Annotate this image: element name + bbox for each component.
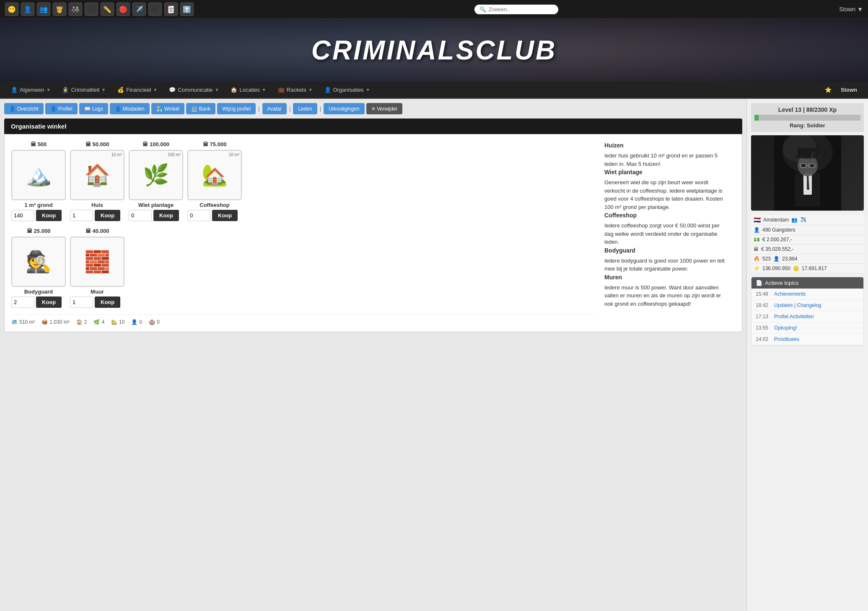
nav-criminaliteit[interactable]: 👮 Criminaliteit ▼ — [56, 82, 111, 98]
coffeeshop-buy-btn[interactable]: Koop — [212, 210, 238, 221]
topic-2-link[interactable]: Profiel Activiteiten — [774, 314, 814, 320]
land-stat-icon: 🗺️ — [11, 319, 18, 325]
gangsters-text: 490 Gangsters — [762, 227, 795, 233]
house-qty-input[interactable] — [70, 210, 93, 221]
gangster-icon: 👤 — [754, 227, 760, 233]
rank-text: Rang: Soldier — [754, 122, 860, 129]
svg-rect-8 — [798, 148, 818, 157]
wall-qty-input[interactable] — [70, 296, 93, 308]
icon-cards[interactable]: 🃏 — [164, 3, 178, 16]
land-qty-input[interactable] — [11, 210, 34, 221]
btn-leden[interactable]: Leden — [293, 103, 317, 114]
icon-image[interactable]: 🖼 — [85, 3, 98, 16]
info-text-muren: Iedere muur is 500 power. Want door aanv… — [604, 284, 728, 308]
bodyguard-stat-icon: 👤 — [131, 319, 137, 325]
btn-winkel[interactable]: 🏪 Winkel — [151, 103, 184, 114]
products-row-2: 🏛 25.000 🕵️ Bodyguard Koop — [11, 228, 594, 308]
sep3: | — [319, 103, 322, 114]
level-box: Level 13 | 88/2300 Xp Rang: Soldier — [751, 103, 864, 132]
dropdown-arrow-criminaliteit: ▼ — [101, 88, 106, 92]
btn-verwijder[interactable]: ✕ Verwijder — [366, 103, 403, 114]
land-buy-btn[interactable]: Koop — [36, 210, 62, 221]
stat-weed: 🌿 4 — [93, 319, 104, 325]
bolt-icon: ⚡ — [754, 266, 760, 271]
houses-stat-icon: 🏠 — [76, 319, 83, 325]
nav-rackets[interactable]: 💼 Rackets ▼ — [272, 82, 319, 98]
nav-icon-criminaliteit: 👮 — [62, 87, 69, 93]
topic-1-link[interactable]: Updates | Changelog — [774, 302, 821, 308]
house-buy-btn[interactable]: Koop — [95, 210, 120, 221]
hero-banner: CriminalsClub — [0, 19, 868, 82]
icon-anon[interactable]: 😶 — [5, 3, 18, 16]
btn-wijzig-profiel[interactable]: Wijzig profiel — [217, 103, 256, 114]
dropdown-arrow-locaties: ▼ — [262, 88, 266, 92]
product-wall: 🏛 40.000 🧱 Muur Koop — [70, 228, 124, 308]
icon-red[interactable]: 🔴 — [117, 3, 130, 16]
nav-communicatie[interactable]: 💬 Communicatie ▼ — [163, 82, 225, 98]
sep2: | — [288, 103, 291, 114]
bank-icon: 🏦 — [191, 106, 197, 112]
rank-value: Soldier — [807, 122, 825, 129]
nav-algemeen[interactable]: 👤 Algemeen ▼ — [5, 82, 56, 98]
bodyguard-buy-btn[interactable]: Koop — [36, 296, 62, 308]
btn-logs[interactable]: 📖 Logs — [79, 103, 108, 114]
nav-icon-algemeen: 👤 — [11, 87, 18, 93]
bodyguard-qty-input[interactable] — [11, 296, 34, 308]
total-land-icon: 📦 — [41, 319, 48, 325]
topic-3-link[interactable]: Opkoping! — [774, 325, 797, 331]
info-section-4: Muren Iedere muur is 500 power. Want doo… — [604, 273, 728, 308]
nav-locaties[interactable]: 🏠 Locaties ▼ — [225, 82, 272, 98]
btn-uitnodigingen[interactable]: Uitnodigingen — [324, 103, 364, 114]
topic-1[interactable]: 18:42 Updates | Changelog — [751, 300, 863, 311]
icon-user[interactable]: 👤 — [21, 3, 34, 16]
dropdown-arrow-organisaties: ▼ — [366, 88, 370, 92]
btn-avatar[interactable]: Avatar — [262, 103, 287, 114]
nav-organisaties[interactable]: 👤 Organisaties ▼ — [319, 82, 376, 98]
topic-4[interactable]: 14:02 Prostituees — [751, 334, 863, 345]
icon-couple[interactable]: 👫 — [69, 3, 82, 16]
wall-card: 🧱 — [70, 237, 124, 287]
icon-users[interactable]: 👥 — [37, 3, 50, 16]
fire2-val: 23.864 — [782, 256, 798, 262]
gangsters-row: 👤 490 Gangsters — [751, 225, 864, 235]
nav-financieel[interactable]: 💰 Financieel ▼ — [111, 82, 163, 98]
icon-up[interactable]: ⬆️ — [180, 3, 194, 16]
weed-qty-input[interactable] — [129, 210, 152, 221]
dropdown-arrow-financieel: ▼ — [153, 88, 158, 92]
btn-misdaden[interactable]: 👤 Misdaden — [110, 103, 150, 114]
info-title-coffeeshop: Coffeeshop — [604, 211, 728, 220]
nav-icon-communicatie: 💬 — [169, 87, 176, 93]
icon-plane[interactable]: ✈️ — [132, 3, 146, 16]
btn-bank[interactable]: 🏦 Bank — [186, 103, 215, 114]
topic-2[interactable]: 17:13 Profiel Activiteiten — [751, 311, 863, 322]
product-land: 🏛 500 🏔️ 1 m² grond Koop — [11, 141, 66, 221]
wall-buy-btn[interactable]: Koop — [95, 296, 120, 308]
topic-0[interactable]: 15:48 Achievements — [751, 289, 863, 300]
weed-buy-btn[interactable]: Koop — [153, 210, 179, 221]
coffeeshop-qty-input[interactable] — [187, 210, 210, 221]
svg-point-9 — [801, 164, 806, 167]
search-icon: 🔍 — [479, 6, 486, 13]
icon-pencil[interactable]: ✏️ — [101, 3, 114, 16]
avatar-container — [751, 135, 864, 211]
btn-profiel[interactable]: 👤 Profiel — [45, 103, 78, 114]
bank-row: 🏛 € 35.029.552,- — [751, 245, 864, 254]
icon-bank[interactable]: 🏛 — [148, 3, 162, 16]
topic-0-link[interactable]: Achievements — [774, 291, 806, 297]
btn-overzicht[interactable]: 👤 Overzicht — [4, 103, 44, 114]
shop-left: 🏛 500 🏔️ 1 m² grond Koop — [11, 141, 594, 325]
wall-name: Muur — [91, 289, 104, 295]
page-layout: 👤 Overzicht 👤 Profiel 📖 Logs 👤 Misdaden … — [0, 99, 868, 611]
username-label: Stown — [839, 6, 855, 13]
topic-3[interactable]: 13:55 Opkoping! — [751, 322, 863, 334]
topic-4-link[interactable]: Prostituees — [774, 336, 799, 342]
person-icon2: 👤 — [773, 256, 780, 262]
section-header: Organisatie winkel — [4, 119, 742, 134]
info-title-huizen: Huizen — [604, 141, 728, 150]
xp-bar-container — [754, 115, 860, 121]
top-user[interactable]: Stown ▼ — [839, 6, 863, 13]
search-box[interactable]: 🔍 — [474, 5, 558, 14]
search-input[interactable] — [489, 6, 553, 13]
active-topics-header: 📄 Actieve topics — [751, 277, 863, 289]
icon-princess[interactable]: 👸 — [53, 3, 66, 16]
